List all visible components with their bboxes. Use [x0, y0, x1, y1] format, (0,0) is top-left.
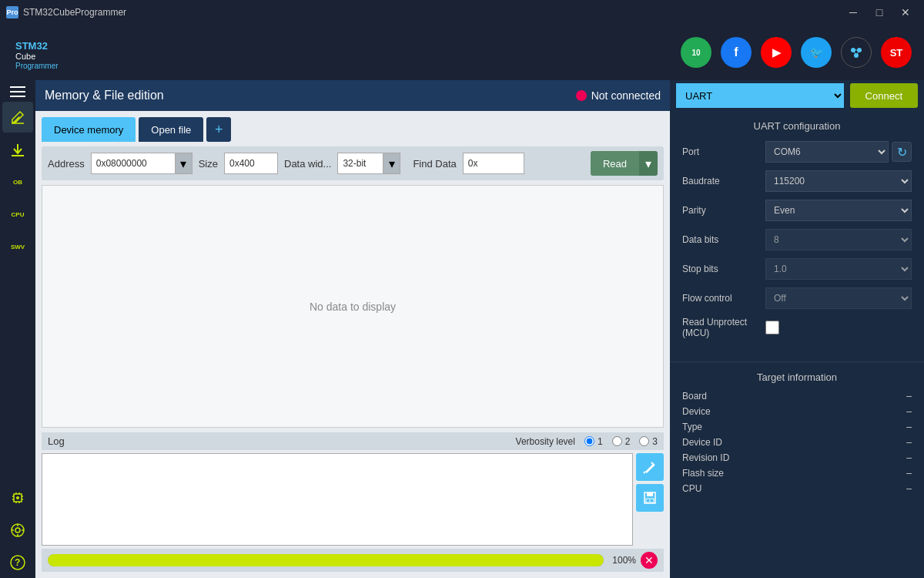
interface-select[interactable]: UART — [676, 83, 844, 108]
download-icon — [9, 141, 26, 158]
settings-icon — [9, 522, 26, 539]
read-dropdown[interactable]: ▾ — [639, 151, 658, 176]
address-dropdown[interactable]: ▾ — [176, 153, 192, 174]
baudrate-label: Baudrate — [682, 176, 759, 187]
revision-id-value: – — [906, 452, 912, 463]
data-display-area: No data to display — [42, 185, 664, 428]
maximize-button[interactable]: □ — [867, 5, 892, 20]
cpu-row: CPU – — [682, 483, 912, 494]
size-label: Size — [199, 158, 218, 170]
data-width-label: Data wid... — [284, 158, 331, 170]
tab-device-memory[interactable]: Device memory — [42, 117, 136, 142]
verbosity-label: Verbosity level — [516, 436, 575, 447]
address-input[interactable] — [91, 153, 176, 174]
verbosity-3[interactable]: 3 — [639, 436, 658, 447]
cpu-label: CPU — [682, 483, 906, 494]
baudrate-row: Baudrate 115200 — [682, 170, 912, 192]
verbosity-2[interactable]: 2 — [612, 436, 631, 447]
progress-row: 100% ✕ — [42, 549, 664, 572]
no-data-message: No data to display — [310, 301, 396, 313]
data-width-group: ▾ — [337, 153, 400, 174]
data-bits-select[interactable]: 8 — [765, 229, 912, 250]
swv-label: SWV — [11, 244, 25, 250]
flow-control-row: Flow control Off — [682, 287, 912, 309]
address-input-group: ▾ — [91, 153, 192, 174]
sidebar: OB CPU SWV — [0, 80, 35, 578]
stop-bits-select[interactable]: 1.0 — [765, 258, 912, 280]
verbosity-2-label: 2 — [625, 436, 631, 447]
connect-button[interactable]: Connect — [850, 83, 918, 108]
verbosity-2-radio[interactable] — [612, 436, 622, 446]
sidebar-item-settings[interactable] — [2, 515, 33, 546]
revision-id-label: Revision ID — [682, 452, 906, 463]
port-select-group: COM6 ↻ — [765, 141, 912, 163]
port-select[interactable]: COM6 — [765, 141, 889, 163]
read-button[interactable]: Read — [591, 151, 639, 176]
progress-close-button[interactable]: ✕ — [641, 552, 658, 569]
twitter-label: 🐦 — [810, 46, 823, 59]
sidebar-item-edit[interactable] — [2, 102, 33, 133]
find-data-input[interactable] — [463, 153, 524, 174]
revision-id-row: Revision ID – — [682, 452, 912, 463]
sidebar-item-ob[interactable]: OB — [2, 166, 33, 197]
verbosity-3-radio[interactable] — [639, 436, 649, 446]
parity-row: Parity Even — [682, 200, 912, 221]
connection-status: Not connected — [576, 89, 661, 102]
tab-open-file[interactable]: Open file — [139, 117, 203, 142]
parity-select[interactable]: Even — [765, 200, 912, 221]
log-section: Log Verbosity level 1 2 3 — [42, 432, 664, 572]
type-value: – — [906, 422, 912, 432]
sidebar-item-help[interactable]: ? — [2, 547, 33, 578]
facebook-icon[interactable]: f — [721, 37, 752, 68]
10year-icon[interactable]: 10 — [681, 37, 711, 68]
baudrate-select[interactable]: 115200 — [765, 170, 912, 192]
data-width-dropdown[interactable]: ▾ — [383, 153, 400, 174]
memory-panel: Device memory Open file + Address ▾ Size… — [35, 111, 670, 578]
log-clear-button[interactable] — [636, 453, 664, 481]
verbosity-1-radio[interactable] — [584, 436, 594, 446]
device-id-row: Device ID – — [682, 437, 912, 448]
sidebar-item-swv[interactable]: SWV — [2, 231, 33, 262]
tab-add-button[interactable]: + — [206, 117, 231, 142]
sidebar-item-cpu[interactable]: CPU — [2, 199, 33, 230]
read-btn-group: Read ▾ — [591, 151, 658, 176]
verbosity-1[interactable]: 1 — [584, 436, 603, 447]
stop-bits-row: Stop bits 1.0 — [682, 258, 912, 280]
find-data-label: Find Data — [413, 158, 456, 170]
flow-control-select[interactable]: Off — [765, 287, 912, 309]
ob-label: OB — [13, 179, 22, 186]
twitter-icon[interactable]: 🐦 — [801, 37, 832, 68]
read-unprotect-label: Read Unprotect (MCU) — [682, 317, 759, 338]
community-icon[interactable] — [841, 37, 872, 68]
size-input[interactable] — [224, 153, 278, 174]
read-unprotect-checkbox[interactable] — [765, 321, 779, 334]
close-button[interactable]: ✕ — [893, 5, 918, 20]
progress-bar — [48, 554, 604, 566]
flash-size-label: Flash size — [682, 468, 906, 479]
menu-button[interactable] — [7, 83, 28, 100]
log-header: Log Verbosity level 1 2 3 — [42, 432, 664, 450]
data-bits-row: Data bits 8 — [682, 229, 912, 250]
data-width-input[interactable] — [337, 153, 383, 174]
titlebar-left: Pro STM32CubeProgrammer — [6, 6, 126, 18]
youtube-label: ▶ — [772, 46, 781, 59]
flow-control-label: Flow control — [682, 293, 759, 304]
st-logo-label: ST — [890, 47, 903, 59]
board-label: Board — [682, 391, 906, 402]
youtube-icon[interactable]: ▶ — [761, 37, 792, 68]
uart-config-title: UART configuration — [682, 120, 912, 132]
device-label: Device — [682, 406, 906, 417]
sidebar-item-chip[interactable] — [2, 482, 33, 513]
board-row: Board – — [682, 391, 912, 402]
log-textarea[interactable] — [42, 453, 633, 546]
minimize-button[interactable]: ─ — [841, 5, 865, 20]
log-save-button[interactable] — [636, 484, 664, 512]
sidebar-item-download[interactable] — [2, 134, 33, 165]
st-logo-icon[interactable]: ST — [881, 37, 912, 68]
edit-icon — [9, 109, 26, 126]
svg-text:Cube: Cube — [15, 52, 35, 61]
titlebar-controls: ─ □ ✕ — [841, 5, 918, 20]
port-refresh-button[interactable]: ↻ — [892, 142, 912, 162]
right-panel: UART Connect UART configuration Port COM… — [670, 80, 924, 578]
right-panel-top: UART Connect — [670, 80, 924, 111]
